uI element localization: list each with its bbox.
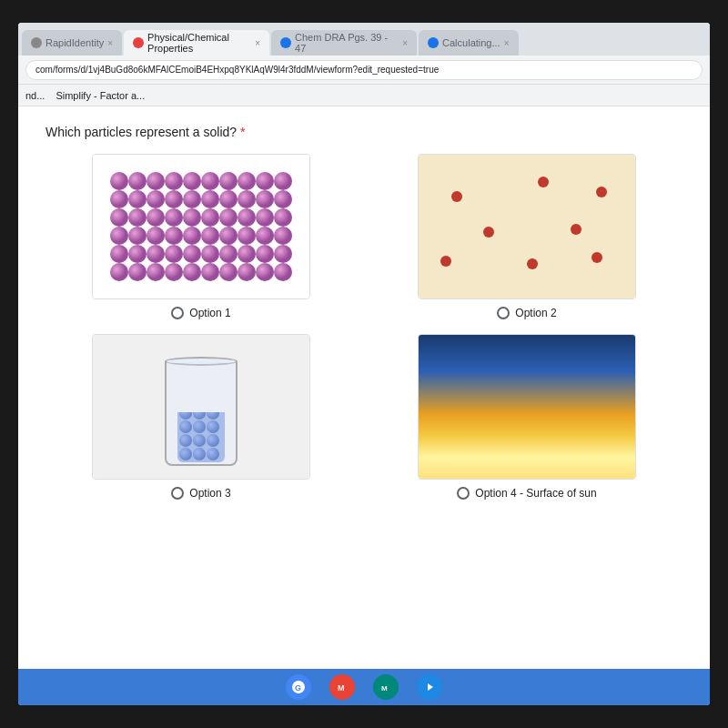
gmail-icon[interactable]: M — [329, 674, 355, 700]
svg-point-54 — [183, 263, 201, 281]
svg-point-34 — [183, 227, 201, 245]
svg-point-31 — [128, 227, 147, 245]
svg-point-36 — [219, 227, 238, 245]
bookmark-2[interactable]: Simplify - Factor a... — [56, 90, 145, 101]
browser-chrome: RapidIdentity × Physical/Chemical Proper… — [18, 23, 710, 106]
gas-dot — [571, 224, 581, 235]
svg-point-18 — [256, 190, 274, 208]
options-grid: Option 1 — [46, 154, 682, 500]
liquid-ball — [207, 434, 219, 447]
option-cell-1: Option 1 — [46, 154, 357, 319]
google-icon[interactable]: G — [286, 674, 311, 700]
svg-point-58 — [256, 263, 274, 281]
tab-rapididentity[interactable]: RapidIdentity × — [22, 30, 122, 56]
svg-point-28 — [256, 208, 274, 227]
question-text: Which particles represent a solid? — [46, 125, 237, 139]
svg-point-14 — [183, 190, 201, 208]
liquid-ball — [207, 420, 219, 433]
google-svg: G — [291, 680, 306, 694]
option-label-3[interactable]: Option 3 — [171, 487, 230, 500]
svg-point-12 — [147, 190, 165, 208]
plasma-container — [419, 335, 635, 479]
option-image-3 — [92, 334, 310, 480]
svg-point-17 — [238, 190, 256, 208]
option-label-2[interactable]: Option 2 — [497, 307, 556, 319]
address-text: com/forms/d/1vj4BuGd8o6kMFAlCEmoiB4EHxpq… — [35, 65, 439, 75]
svg-point-2 — [147, 172, 165, 190]
gas-dot — [538, 177, 549, 187]
svg-point-19 — [274, 190, 292, 208]
liquid-ball — [179, 448, 192, 460]
liquid-ball — [179, 420, 192, 433]
option-image-4 — [418, 334, 636, 480]
gas-dot — [440, 256, 451, 267]
option-label-1[interactable]: Option 1 — [171, 307, 230, 319]
svg-point-25 — [201, 208, 219, 227]
svg-point-11 — [128, 190, 147, 208]
tab-favicon-1 — [31, 37, 42, 48]
svg-point-33 — [165, 227, 183, 245]
bookmarks-bar: nd... Simplify - Factor a... — [18, 85, 710, 106]
gas-particles — [419, 155, 635, 298]
liquid-ball — [193, 448, 206, 460]
svg-point-50 — [110, 263, 128, 281]
radio-option-2[interactable] — [497, 307, 510, 319]
svg-text:M: M — [338, 683, 345, 693]
liquid-ball — [207, 412, 219, 420]
radio-option-4[interactable] — [457, 487, 470, 500]
svg-point-42 — [147, 245, 165, 263]
liquid-balls — [177, 412, 225, 462]
svg-point-27 — [238, 208, 256, 227]
solid-particles — [93, 155, 309, 298]
svg-point-38 — [256, 227, 274, 245]
gmail-svg: M — [335, 680, 349, 694]
svg-point-30 — [110, 227, 128, 245]
svg-point-1 — [128, 172, 147, 190]
svg-point-9 — [274, 172, 292, 190]
tab-favicon-3 — [280, 37, 291, 48]
tab-close-3[interactable]: × — [402, 38, 408, 48]
tab-calculating[interactable]: Calculating... × — [419, 30, 518, 56]
svg-point-43 — [165, 245, 183, 263]
address-bar[interactable]: com/forms/d/1vj4BuGd8o6kMFAlCEmoiB4EHxpq… — [25, 60, 703, 80]
svg-point-53 — [165, 263, 183, 281]
tab-close-2[interactable]: × — [255, 38, 260, 48]
radio-option-3[interactable] — [171, 487, 184, 500]
svg-point-48 — [256, 245, 274, 263]
gas-dot — [483, 227, 494, 238]
svg-point-3 — [165, 172, 183, 190]
tab-chem-dra[interactable]: Chem DRA Pgs. 39 - 47 × — [271, 30, 417, 56]
bookmark-1[interactable]: nd... — [25, 90, 45, 101]
svg-point-13 — [165, 190, 183, 208]
svg-point-40 — [110, 245, 128, 263]
option-cell-3: Option 3 — [46, 334, 357, 500]
tab-favicon-4 — [428, 37, 439, 48]
svg-text:G: G — [295, 683, 301, 693]
tab-physical-chemical[interactable]: Physical/Chemical Properties × — [124, 30, 269, 56]
svg-point-0 — [110, 172, 128, 190]
play-icon[interactable] — [417, 674, 442, 700]
radio-option-1[interactable] — [171, 307, 184, 319]
liquid-ball — [179, 412, 192, 420]
svg-point-39 — [274, 227, 292, 245]
solid-svg — [101, 163, 301, 290]
liquid-container — [93, 335, 309, 479]
option-label-4[interactable]: Option 4 - Surface of sun — [457, 487, 596, 500]
svg-point-8 — [256, 172, 274, 190]
option-cell-2: Option 2 — [371, 154, 682, 319]
liquid-ball — [207, 448, 219, 460]
tab-label-4: Calculating... — [442, 37, 500, 48]
gas-dot — [592, 252, 602, 263]
svg-point-20 — [110, 208, 128, 227]
option-text-3: Option 3 — [189, 487, 230, 500]
svg-point-21 — [128, 208, 147, 227]
meet-icon[interactable]: M — [373, 674, 399, 700]
tab-close-4[interactable]: × — [504, 38, 510, 48]
option-text-1: Option 1 — [189, 307, 230, 319]
svg-point-29 — [274, 208, 292, 227]
laptop-bezel: RapidIdentity × Physical/Chemical Proper… — [0, 0, 728, 728]
gas-dot — [527, 258, 538, 269]
svg-point-55 — [201, 263, 219, 281]
tab-close-1[interactable]: × — [107, 38, 113, 48]
play-svg — [422, 680, 437, 694]
